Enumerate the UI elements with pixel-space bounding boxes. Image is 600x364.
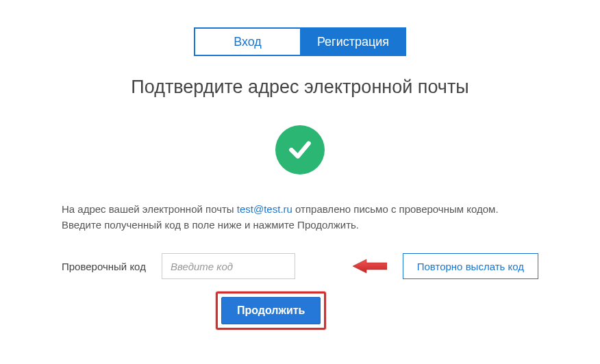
arrow-annotation-icon xyxy=(353,259,387,276)
tab-register[interactable]: Регистрация xyxy=(300,27,406,56)
confirmation-message: На адрес вашей электронной почты test@te… xyxy=(62,202,538,233)
message-email: test@test.ru xyxy=(237,203,292,215)
success-icon-wrap xyxy=(62,125,538,174)
tab-login[interactable]: Вход xyxy=(194,27,300,56)
continue-button[interactable]: Продолжить xyxy=(221,297,321,324)
resend-code-button[interactable]: Повторно выслать код xyxy=(403,253,538,279)
code-form-row: Проверочный код Повторно выслать код xyxy=(62,253,538,279)
success-check-icon xyxy=(275,125,325,174)
continue-row: Продолжить xyxy=(62,291,538,330)
code-input[interactable] xyxy=(162,253,295,279)
svg-marker-0 xyxy=(353,259,387,273)
message-part1: На адрес вашей электронной почты xyxy=(62,203,237,215)
page-title: Подтвердите адрес электронной почты xyxy=(62,77,538,98)
continue-highlight-box: Продолжить xyxy=(216,291,326,330)
code-label: Проверочный код xyxy=(62,261,149,272)
auth-tabs: Вход Регистрация xyxy=(62,27,538,56)
